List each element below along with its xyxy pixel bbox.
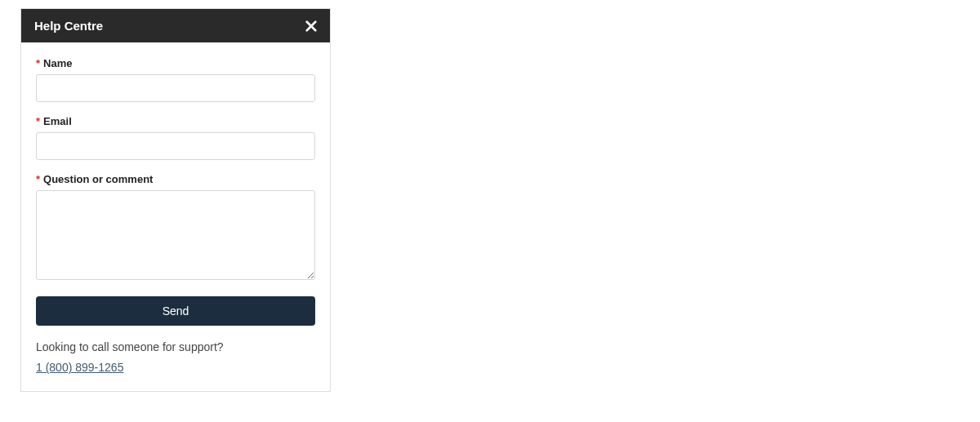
panel-header: Help Centre [21,9,330,42]
required-mark: * [36,115,40,127]
email-label-text: Email [43,115,72,127]
email-field-group: *Email [36,115,315,160]
panel-title: Help Centre [34,19,103,33]
question-textarea[interactable] [36,190,315,280]
email-label: *Email [36,115,315,127]
help-centre-panel: Help Centre *Name *Email *Question or co… [20,8,331,392]
name-field-group: *Name [36,57,315,102]
question-label-text: Question or comment [43,173,153,185]
required-mark: * [36,173,40,185]
send-button[interactable]: Send [36,296,315,326]
name-label-text: Name [43,57,72,69]
panel-body: *Name *Email *Question or comment Send L… [21,42,330,391]
close-icon[interactable] [305,20,317,32]
email-input[interactable] [36,132,315,160]
support-prompt: Looking to call someone for support? [36,340,315,353]
question-label: *Question or comment [36,173,315,185]
required-mark: * [36,57,40,69]
name-input[interactable] [36,74,315,102]
support-phone-link[interactable]: 1 (800) 899-1265 [36,361,123,374]
question-field-group: *Question or comment [36,173,315,283]
name-label: *Name [36,57,315,69]
